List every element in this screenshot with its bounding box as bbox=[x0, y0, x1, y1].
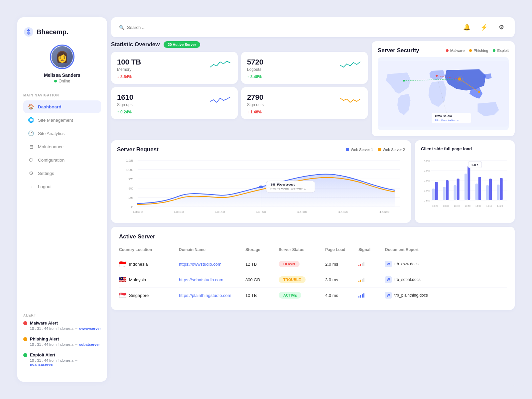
th-storage: Storage bbox=[245, 247, 279, 252]
sidebar-item-site-management[interactable]: 🌐 Site Management bbox=[23, 114, 101, 126]
avatar: 👩 bbox=[50, 45, 74, 69]
stat-card-signups: 1610 Sign ups ↑0.24% bbox=[111, 87, 238, 119]
svg-text:13:30: 13:30 bbox=[443, 205, 449, 207]
svg-rect-53 bbox=[454, 185, 456, 200]
svg-text:125: 125 bbox=[126, 159, 134, 162]
td-country-malaysia: 🇲🇾 Malaysia bbox=[119, 276, 179, 283]
td-signal-malaysia bbox=[358, 277, 385, 282]
bar-chart-svg: 4.0 s 3.0 s 2.0 s 1.0 s 0 ms bbox=[421, 155, 509, 215]
stat-chart-memory bbox=[208, 58, 232, 69]
th-status: Server Status bbox=[279, 247, 325, 252]
svg-text:2.8 s: 2.8 s bbox=[471, 163, 478, 167]
svg-text:13:50: 13:50 bbox=[256, 210, 266, 213]
alert-exploit: Exploit Alert 10 : 31 : 44 from Indonesi… bbox=[23, 352, 101, 366]
svg-rect-57 bbox=[475, 184, 478, 200]
stat-card-memory: 100 TB Memory ↓3.64% bbox=[111, 52, 238, 84]
svg-text:2.0 s: 2.0 s bbox=[424, 179, 430, 182]
svg-rect-61 bbox=[497, 185, 499, 200]
svg-text:14:20: 14:20 bbox=[497, 205, 503, 207]
stat-overview-title: Statistic Overview bbox=[111, 41, 160, 48]
svg-text:13:50: 13:50 bbox=[465, 205, 470, 207]
activity-icon[interactable]: ⚡ bbox=[479, 22, 489, 33]
td-status-malaysia: TROUBLE bbox=[279, 276, 325, 283]
td-domain-singapore[interactable]: https://plainthingstudio.com bbox=[179, 293, 245, 298]
alert-dot-yellow bbox=[23, 337, 27, 341]
status-dot bbox=[54, 80, 57, 82]
svg-rect-50 bbox=[435, 182, 438, 200]
svg-text:14:00: 14:00 bbox=[475, 205, 481, 207]
active-server-title: Active Server bbox=[119, 233, 155, 240]
logo: Bhacemp. bbox=[23, 27, 101, 37]
sidebar-item-logout[interactable]: → Logout bbox=[23, 180, 101, 193]
sidebar-item-settings[interactable]: ⚙ Settings bbox=[23, 167, 101, 180]
logo-icon bbox=[23, 27, 34, 37]
sidebar-item-configuration[interactable]: ⬡ Configuration bbox=[23, 154, 101, 166]
svg-point-5 bbox=[458, 77, 461, 81]
td-doc-singapore: W trb_plainthing.docs bbox=[385, 292, 438, 299]
stats-security-row: Statistic Overview 20 Active Server 100 … bbox=[111, 41, 515, 136]
status-badge-active: ACTIVE bbox=[279, 292, 301, 299]
td-domain-malaysia[interactable]: https://sobatstudio.com bbox=[179, 277, 245, 282]
table-header: Country Location Domain Name Storage Ser… bbox=[119, 245, 507, 255]
table-row: 🇮🇩 Indonesia https://owwstudio.com 12 TB… bbox=[119, 256, 507, 272]
svg-text:13:20: 13:20 bbox=[132, 210, 143, 213]
svg-rect-52 bbox=[446, 180, 449, 200]
svg-text:0: 0 bbox=[131, 205, 134, 209]
stat-card-logouts: 5720 Logouts ↑3.48% bbox=[241, 52, 368, 84]
svg-text:14:10: 14:10 bbox=[486, 205, 492, 207]
svg-text:14:10: 14:10 bbox=[338, 210, 348, 213]
alert-dot-green bbox=[23, 353, 27, 357]
main-navigation: 🏠 Dashboard 🌐 Site Management 🕐 Site Ana… bbox=[23, 100, 101, 194]
line-chart-svg: 125 100 75 50 25 0 13:20 13:30 13:40 13:… bbox=[117, 157, 405, 217]
settings-icon[interactable]: ⚙ bbox=[496, 22, 507, 33]
legend-square-orange bbox=[378, 148, 381, 151]
td-country-singapore: 🇸🇬 Singapore bbox=[119, 292, 179, 299]
user-status: Online bbox=[54, 79, 70, 83]
bell-icon[interactable]: 🔔 bbox=[462, 22, 472, 33]
server-request-chart: 125 100 75 50 25 0 13:20 13:30 13:40 13:… bbox=[117, 157, 405, 217]
world-map-svg: Oww Studio https://owwstudio.com bbox=[378, 57, 509, 130]
td-doc-indonesia: W trb_oww.docs bbox=[385, 261, 438, 267]
sidebar-item-maintenance[interactable]: 🖥 Maintenance bbox=[23, 140, 101, 153]
stat-change-signups: ↑0.24% bbox=[117, 110, 232, 114]
stat-value-memory: 100 TB bbox=[117, 58, 141, 66]
table-row: 🇸🇬 Singapore https://plainthingstudio.co… bbox=[119, 288, 507, 303]
th-country: Country Location bbox=[119, 247, 179, 252]
stat-label-signouts: Sign outs bbox=[247, 102, 264, 107]
doc-icon: W bbox=[385, 261, 392, 267]
stat-chart-signups bbox=[208, 93, 232, 105]
svg-text:1.0 s: 1.0 s bbox=[424, 189, 430, 192]
td-domain-indonesia[interactable]: https://owwstudio.com bbox=[179, 262, 245, 267]
search-input[interactable] bbox=[127, 25, 194, 30]
security-title: Server Security bbox=[378, 47, 419, 54]
hexagon-icon: ⬡ bbox=[28, 157, 34, 163]
stat-cards: 100 TB Memory ↓3.64% bbox=[111, 52, 368, 119]
sidebar-item-dashboard[interactable]: 🏠 Dashboard bbox=[23, 100, 101, 113]
svg-point-9 bbox=[478, 91, 480, 93]
legend-webserver1: Web Server 1 bbox=[346, 148, 373, 152]
th-signal: Signal bbox=[358, 247, 385, 252]
sidebar-item-site-analytics[interactable]: 🕐 Site Analytics bbox=[23, 127, 101, 140]
svg-text:4.0 s: 4.0 s bbox=[424, 159, 430, 162]
svg-text:75: 75 bbox=[128, 178, 134, 181]
td-storage-singapore: 10 TB bbox=[245, 293, 279, 298]
search-icon: 🔍 bbox=[119, 25, 124, 30]
svg-rect-62 bbox=[500, 178, 503, 200]
server-request-card: Server Request Web Server 1 Web Server 2 bbox=[111, 140, 411, 223]
td-storage-malaysia: 800 GB bbox=[245, 277, 279, 282]
charts-row: Server Request Web Server 1 Web Server 2 bbox=[111, 140, 515, 223]
svg-rect-55 bbox=[465, 174, 467, 200]
logout-icon: → bbox=[28, 184, 34, 190]
th-pageload: Page Load bbox=[325, 247, 358, 252]
td-country-indonesia: 🇮🇩 Indonesia bbox=[119, 260, 179, 268]
svg-rect-51 bbox=[443, 187, 446, 200]
monitor-icon: 🖥 bbox=[28, 144, 34, 150]
svg-rect-58 bbox=[478, 177, 481, 200]
page-load-header: Client side full page load bbox=[421, 146, 509, 151]
alert-dot-red bbox=[23, 321, 27, 325]
svg-text:25: 25 bbox=[128, 196, 134, 200]
sidebar: Bhacemp. 👩 Melissa Sanders Online MAIN N… bbox=[17, 17, 107, 382]
alert-malware: Malware Alert 10 : 31 : 44 from Indonesi… bbox=[23, 321, 101, 331]
stat-chart-logouts bbox=[338, 58, 362, 69]
doc-icon: W bbox=[385, 276, 392, 283]
